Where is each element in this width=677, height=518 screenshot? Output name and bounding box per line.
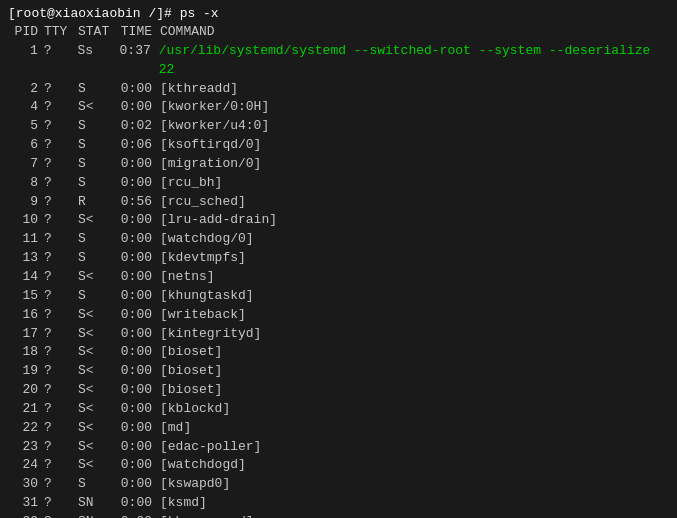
- cell-command: [md]: [156, 419, 191, 438]
- cell-tty: ?: [42, 155, 78, 174]
- cell-pid: 8: [8, 174, 42, 193]
- cell-pid: 30: [8, 475, 42, 494]
- cell-stat: S<: [78, 438, 118, 457]
- header-stat: STAT: [78, 23, 118, 42]
- cell-time: 0:00: [118, 475, 156, 494]
- cell-command: [kswapd0]: [156, 475, 230, 494]
- cell-pid: 31: [8, 494, 42, 513]
- cell-pid: 32: [8, 513, 42, 518]
- table-row: 15 ? S 0:00 [khungtaskd]: [8, 287, 669, 306]
- cell-time: 0:00: [118, 268, 156, 287]
- cell-pid: 5: [8, 117, 42, 136]
- terminal: [root@xiaoxiaobin /]# ps -x PID TTY STAT…: [0, 0, 677, 518]
- cell-stat: S<: [78, 211, 118, 230]
- cell-tty: ?: [42, 419, 78, 438]
- cell-pid: 17: [8, 325, 42, 344]
- table-row: 7 ? S 0:00 [migration/0]: [8, 155, 669, 174]
- cell-time: 0:00: [118, 249, 156, 268]
- header-command: COMMAND: [156, 23, 215, 42]
- cell-time: 0:00: [118, 80, 156, 99]
- cell-command: [bioset]: [156, 343, 222, 362]
- cell-tty: ?: [42, 362, 78, 381]
- cell-stat: S<: [78, 306, 118, 325]
- cell-command: [rcu_bh]: [156, 174, 222, 193]
- cell-stat: Ss: [77, 42, 117, 61]
- cell-command: /usr/lib/systemd/systemd --switched-root…: [155, 42, 669, 80]
- cell-time: 0:56: [118, 193, 156, 212]
- cell-time: 0:37: [117, 42, 155, 61]
- table-row: 24 ? S< 0:00 [watchdogd]: [8, 456, 669, 475]
- table-row: 10 ? S< 0:00 [lru-add-drain]: [8, 211, 669, 230]
- table-row: 31 ? SN 0:00 [ksmd]: [8, 494, 669, 513]
- cell-command: [rcu_sched]: [156, 193, 246, 212]
- cell-command: [kdevtmpfs]: [156, 249, 246, 268]
- cell-tty: ?: [42, 400, 78, 419]
- cell-pid: 20: [8, 381, 42, 400]
- cell-stat: S: [78, 80, 118, 99]
- cell-tty: ?: [42, 494, 78, 513]
- table-header: PID TTY STAT TIME COMMAND: [8, 23, 669, 42]
- cell-command: [bioset]: [156, 362, 222, 381]
- cell-pid: 10: [8, 211, 42, 230]
- cell-time: 0:00: [118, 419, 156, 438]
- cell-tty: ?: [42, 80, 78, 99]
- table-row: 21 ? S< 0:00 [kblockd]: [8, 400, 669, 419]
- cell-tty: ?: [42, 513, 78, 518]
- table-row: 6 ? S 0:06 [ksoftirqd/0]: [8, 136, 669, 155]
- cell-stat: S<: [78, 419, 118, 438]
- cell-time: 0:00: [118, 211, 156, 230]
- cell-time: 0:00: [118, 306, 156, 325]
- prompt-line: [root@xiaoxiaobin /]# ps -x: [8, 6, 669, 21]
- cell-tty: ?: [42, 438, 78, 457]
- cell-time: 0:06: [118, 136, 156, 155]
- cell-pid: 9: [8, 193, 42, 212]
- table-row: 13 ? S 0:00 [kdevtmpfs]: [8, 249, 669, 268]
- table-row: 16 ? S< 0:00 [writeback]: [8, 306, 669, 325]
- cell-stat: S<: [78, 362, 118, 381]
- cell-command: [ksoftirqd/0]: [156, 136, 261, 155]
- cell-time: 0:00: [118, 287, 156, 306]
- cell-time: 0:00: [118, 456, 156, 475]
- cell-pid: 13: [8, 249, 42, 268]
- cell-time: 0:00: [118, 513, 156, 518]
- cell-stat: S: [78, 249, 118, 268]
- cell-stat: S: [78, 174, 118, 193]
- cell-command: [kintegrityd]: [156, 325, 261, 344]
- cell-time: 0:00: [118, 362, 156, 381]
- cell-stat: SN: [78, 513, 118, 518]
- cell-tty: ?: [42, 174, 78, 193]
- table-row: 11 ? S 0:00 [watchdog/0]: [8, 230, 669, 249]
- cell-command: [khungtaskd]: [156, 287, 254, 306]
- cell-command: [migration/0]: [156, 155, 261, 174]
- ps-rows-container: 1 ? Ss 0:37 /usr/lib/systemd/systemd --s…: [8, 42, 669, 518]
- cell-pid: 19: [8, 362, 42, 381]
- table-row: 14 ? S< 0:00 [netns]: [8, 268, 669, 287]
- cell-stat: S<: [78, 400, 118, 419]
- cell-pid: 2: [8, 80, 42, 99]
- cell-time: 0:00: [118, 400, 156, 419]
- table-row: 19 ? S< 0:00 [bioset]: [8, 362, 669, 381]
- cell-pid: 24: [8, 456, 42, 475]
- cell-stat: S: [78, 155, 118, 174]
- cell-tty: ?: [42, 287, 78, 306]
- cell-tty: ?: [42, 211, 78, 230]
- table-row: 5 ? S 0:02 [kworker/u4:0]: [8, 117, 669, 136]
- table-row: 30 ? S 0:00 [kswapd0]: [8, 475, 669, 494]
- cell-stat: SN: [78, 494, 118, 513]
- cell-time: 0:00: [118, 381, 156, 400]
- cell-pid: 1: [8, 42, 42, 61]
- cell-tty: ?: [42, 325, 78, 344]
- cell-stat: S: [78, 475, 118, 494]
- cell-command: [khugepaged]: [156, 513, 254, 518]
- table-row: 9 ? R 0:56 [rcu_sched]: [8, 193, 669, 212]
- cell-stat: S<: [78, 325, 118, 344]
- cell-time: 0:00: [118, 174, 156, 193]
- table-row: 32 ? SN 0:00 [khugepaged]: [8, 513, 669, 518]
- cell-command: [kworker/0:0H]: [156, 98, 269, 117]
- header-tty: TTY: [42, 23, 78, 42]
- cell-pid: 7: [8, 155, 42, 174]
- cell-stat: S<: [78, 381, 118, 400]
- cell-time: 0:00: [118, 155, 156, 174]
- cell-time: 0:02: [118, 117, 156, 136]
- cell-command: [edac-poller]: [156, 438, 261, 457]
